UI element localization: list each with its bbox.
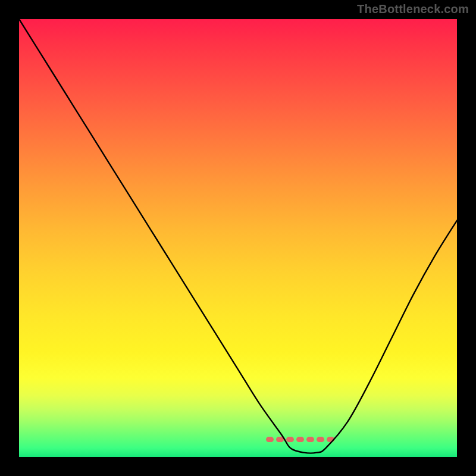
curve-line bbox=[19, 19, 457, 453]
watermark-text: TheBottleneck.com bbox=[357, 2, 469, 16]
chart-frame: TheBottleneck.com bbox=[0, 0, 476, 476]
plot-area bbox=[19, 19, 457, 457]
bottleneck-curve bbox=[19, 19, 457, 457]
